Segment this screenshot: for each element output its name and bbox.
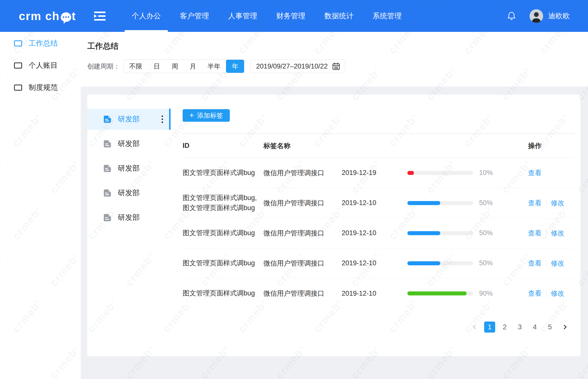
cell-tag-name: 微信用户管理调接口 xyxy=(263,229,342,238)
table-row: 图文管理页面样式调bug 微信用户管理调接口 2019-12-19 10% 查看 xyxy=(183,158,574,188)
department-item[interactable]: 研发部 xyxy=(87,133,171,154)
nav-item[interactable]: 个人办公 xyxy=(122,0,170,32)
cell-date: 2019-12-10 xyxy=(342,259,407,267)
nav-item[interactable]: 客户管理 xyxy=(170,0,218,32)
department-label: 研发部 xyxy=(118,213,140,223)
nav-item[interactable]: 数据统计 xyxy=(315,0,363,32)
department-label: 研发部 xyxy=(118,188,140,198)
department-item[interactable]: 研发部 xyxy=(87,207,171,228)
plus-icon: + xyxy=(189,111,194,119)
period-option[interactable]: 周 xyxy=(166,60,184,73)
cell-tag-name: 微信用户管理调接口 xyxy=(263,259,342,268)
document-icon xyxy=(103,188,112,198)
view-link[interactable]: 查看 xyxy=(528,259,542,268)
period-option[interactable]: 半年 xyxy=(202,60,226,73)
document-icon xyxy=(103,139,112,148)
document-icon xyxy=(103,164,112,173)
table-row: 图文管理页面样式调bug 微信用户管理调接口 2019-12-10 90% 查看… xyxy=(183,278,574,308)
period-option[interactable]: 日 xyxy=(148,60,166,73)
page-number[interactable]: 4 xyxy=(529,322,540,333)
cell-date: 2019-12-19 xyxy=(342,169,407,177)
sidebar-item-label: 个人账目 xyxy=(29,60,58,71)
progress-bar xyxy=(407,291,473,295)
date-range-value: 2019/09/27–2019/10/22 xyxy=(256,62,332,70)
page-number[interactable]: 2 xyxy=(499,322,510,333)
sidebar-item[interactable]: 制度规范 xyxy=(0,77,81,99)
logo[interactable]: crm ch t xyxy=(19,10,76,22)
cell-id: 图文管理页面样式调bug xyxy=(183,168,263,178)
cell-id: 图文管理页面样式调bug xyxy=(183,258,263,268)
nav-item[interactable]: 人事管理 xyxy=(218,0,267,32)
progress-percent: 90% xyxy=(479,290,507,297)
view-link[interactable]: 查看 xyxy=(528,289,542,298)
filter-row: 创建周期： 不限日周月半年年 2019/09/27–2019/10/22 xyxy=(87,59,588,73)
department-label: 研发部 xyxy=(118,139,140,149)
action-divider xyxy=(546,290,546,297)
page-number[interactable]: 5 xyxy=(544,322,555,333)
content-card: 研发部研发部研发部研发部研发部 + 添加标签 ID 标签名称 操作 xyxy=(87,95,580,356)
progress-bar xyxy=(407,231,473,235)
id-line: 图文管理页面样式调bug xyxy=(183,228,263,238)
add-tag-button[interactable]: + 添加标签 xyxy=(183,109,230,122)
table-row: 图文管理页面样式调bug,图文管理页面样式调bug 微信用户管理调接口 2019… xyxy=(183,188,574,218)
department-item[interactable]: 研发部 xyxy=(87,182,171,204)
date-range-picker[interactable]: 2019/09/27–2019/10/22 xyxy=(250,59,345,73)
period-option[interactable]: 不限 xyxy=(124,60,148,73)
cell-tag-name: 微信用户管理调接口 xyxy=(263,289,342,298)
nav-item[interactable]: 系统管理 xyxy=(363,0,411,32)
sidebar-item[interactable]: 个人账目 xyxy=(0,54,81,77)
department-list: 研发部研发部研发部研发部研发部 xyxy=(87,95,171,356)
row-actions: 查看修改 xyxy=(507,229,574,238)
view-link[interactable]: 查看 xyxy=(528,229,542,238)
more-menu-icon[interactable] xyxy=(161,114,164,124)
page-number[interactable]: 3 xyxy=(514,322,525,333)
view-link[interactable]: 查看 xyxy=(528,168,542,177)
prev-page-icon[interactable] xyxy=(469,322,480,333)
next-page-icon[interactable] xyxy=(559,322,570,333)
logo-text-right: t xyxy=(72,10,76,22)
department-item[interactable]: 研发部 xyxy=(87,109,171,130)
progress-percent: 50% xyxy=(479,259,507,267)
id-line: 图文管理页面样式调bug xyxy=(183,288,263,298)
action-divider xyxy=(546,200,546,207)
department-label: 研发部 xyxy=(118,163,140,173)
page-title: 工作总结 xyxy=(87,41,588,51)
view-link[interactable]: 查看 xyxy=(528,199,542,208)
progress-bar xyxy=(407,261,473,265)
sidebar: 工作总结个人账目制度规范 xyxy=(0,32,81,379)
header-right: 迪欧欧 xyxy=(506,9,570,23)
id-line: 图文管理页面样式调bug xyxy=(183,168,263,178)
row-actions: 查看修改 xyxy=(507,259,574,268)
cell-id: 图文管理页面样式调bug xyxy=(183,228,263,238)
id-line: 图文管理页面样式调bug xyxy=(183,203,263,213)
edit-link[interactable]: 修改 xyxy=(551,229,564,238)
edit-link[interactable]: 修改 xyxy=(551,289,564,298)
row-actions: 查看修改 xyxy=(507,289,574,298)
main-content: 工作总结 创建周期： 不限日周月半年年 2019/09/27–2019/10/2… xyxy=(81,32,588,379)
tag-table-area: + 添加标签 ID 标签名称 操作 图文管理页面样式调bug 微信用户管理调接口… xyxy=(171,95,580,356)
cell-tag-name: 微信用户管理调接口 xyxy=(263,168,342,177)
edit-link[interactable]: 修改 xyxy=(551,199,564,208)
window-icon xyxy=(14,40,22,46)
sidebar-item-label: 制度规范 xyxy=(29,83,58,93)
cell-date: 2019-12-10 xyxy=(342,199,407,207)
row-actions: 查看修改 xyxy=(507,199,574,208)
department-label: 研发部 xyxy=(118,114,140,124)
user-menu[interactable]: 迪欧欧 xyxy=(530,9,570,23)
department-item[interactable]: 研发部 xyxy=(87,158,171,179)
page-number[interactable]: 1 xyxy=(484,322,495,333)
action-divider xyxy=(546,230,546,237)
main-nav: 个人办公客户管理人事管理财务管理数据统计系统管理 xyxy=(122,0,411,32)
period-option[interactable]: 月 xyxy=(184,60,202,73)
app-root: crm ch t 个人办公客户管理人事管理财务管理数据统计系统管理 xyxy=(0,0,588,379)
notification-bell-icon[interactable] xyxy=(506,11,517,21)
sidebar-item[interactable]: 工作总结 xyxy=(0,32,81,54)
period-option[interactable]: 年 xyxy=(226,60,244,73)
nav-item[interactable]: 财务管理 xyxy=(267,0,315,32)
page-header-panel: 工作总结 创建周期： 不限日周月半年年 2019/09/27–2019/10/2… xyxy=(81,32,588,87)
table-body: 图文管理页面样式调bug 微信用户管理调接口 2019-12-19 10% 查看… xyxy=(183,158,574,308)
calendar-icon xyxy=(332,62,340,71)
logo-text-left: crm ch xyxy=(19,10,60,22)
edit-link[interactable]: 修改 xyxy=(551,259,564,268)
menu-collapse-icon[interactable] xyxy=(94,12,106,21)
